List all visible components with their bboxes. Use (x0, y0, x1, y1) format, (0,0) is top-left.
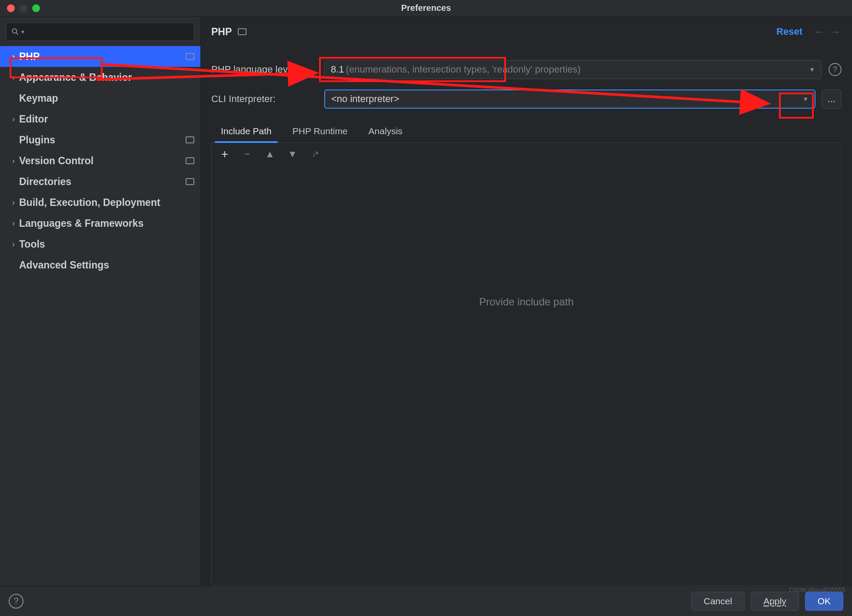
sidebar-item-advanced-settings[interactable]: Advanced Settings (0, 255, 200, 275)
sidebar-item-tools[interactable]: ›Tools (0, 234, 200, 255)
language-level-row: PHP language level: 8.1 (enumerations, i… (211, 60, 842, 79)
cancel-button[interactable]: Cancel (691, 592, 745, 611)
dialog-footer: ? Cancel Apply OK (0, 586, 852, 616)
cli-interpreter-label: CLI Interpreter: (211, 93, 324, 105)
chevron-right-icon: › (9, 115, 18, 124)
reset-button[interactable]: Reset (776, 26, 802, 37)
move-up-button[interactable]: ▲ (265, 149, 275, 160)
sidebar-item-label: Build, Execution, Deployment (19, 197, 160, 209)
project-badge-icon (186, 136, 194, 143)
window-title: Preferences (401, 3, 451, 13)
project-badge-icon (186, 157, 194, 164)
sidebar: ▾ ›PHP›Appearance & BehaviorKeymap›Edito… (0, 17, 201, 586)
nav-back-button[interactable]: ← (813, 25, 826, 38)
sidebar-item-label: Appearance & Behavior (19, 72, 132, 83)
sidebar-item-editor[interactable]: ›Editor (0, 109, 200, 129)
tab-php-runtime[interactable]: PHP Runtime (291, 122, 349, 142)
chevron-down-icon: ▼ (809, 66, 815, 73)
search-input[interactable]: ▾ (6, 23, 194, 41)
language-level-hint: (enumerations, intersection types, 'read… (346, 64, 581, 75)
sidebar-item-build-execution-deployment[interactable]: ›Build, Execution, Deployment (0, 192, 200, 213)
sidebar-item-label: Directories (19, 176, 71, 188)
sidebar-item-label: Keymap (19, 93, 58, 104)
chevron-right-icon: › (9, 156, 18, 166)
maximize-window-button[interactable] (32, 4, 40, 12)
sidebar-item-label: Plugins (19, 134, 55, 146)
project-badge-icon (186, 53, 194, 60)
svg-line-1 (17, 33, 18, 35)
search-icon (11, 27, 20, 36)
nav-forward-button[interactable]: → (829, 25, 842, 38)
chevron-right-icon: › (9, 52, 18, 61)
sidebar-item-label: Languages & Frameworks (19, 218, 143, 229)
sidebar-item-label: Version Control (19, 155, 93, 167)
chevron-right-icon: › (9, 219, 18, 228)
language-level-dropdown[interactable]: 8.1 (enumerations, intersection types, '… (324, 60, 822, 79)
chevron-right-icon: › (9, 198, 18, 207)
language-level-label: PHP language level: (211, 64, 324, 75)
settings-tree: ›PHP›Appearance & BehaviorKeymap›EditorP… (0, 46, 200, 275)
watermark: CSDN @wu@55555 (789, 586, 845, 593)
empty-state-text: Provide include path (479, 296, 573, 308)
sidebar-item-label: Tools (19, 238, 45, 250)
sidebar-item-label: Advanced Settings (19, 259, 109, 271)
sidebar-item-label: PHP (19, 51, 40, 63)
help-icon[interactable]: ? (829, 63, 842, 76)
add-button[interactable]: + (220, 147, 230, 161)
sidebar-item-plugins[interactable]: Plugins (0, 129, 200, 150)
help-button[interactable]: ? (9, 594, 23, 609)
move-down-button[interactable]: ▼ (287, 149, 298, 160)
sidebar-item-php[interactable]: ›PHP (0, 46, 200, 67)
chevron-down-icon: ▼ (802, 96, 809, 103)
close-window-button[interactable] (7, 4, 15, 12)
sort-button[interactable]: ↓ª (310, 150, 320, 158)
tab-analysis[interactable]: Analysis (367, 122, 404, 142)
minimize-window-button[interactable] (20, 4, 27, 12)
chevron-right-icon: › (9, 240, 18, 249)
include-path-toolbar: + − ▲ ▼ ↓ª (211, 143, 842, 166)
sidebar-item-label: Editor (19, 113, 48, 125)
project-badge-icon (238, 28, 246, 35)
apply-button[interactable]: Apply (751, 592, 799, 611)
cli-interpreter-row: CLI Interpreter: <no interpreter> ▼ ... (211, 89, 842, 109)
project-badge-icon (186, 178, 194, 185)
svg-point-0 (12, 29, 17, 33)
search-dropdown-icon[interactable]: ▾ (21, 28, 24, 35)
page-title: PHP (211, 26, 232, 38)
settings-header: PHP Reset ← → (211, 17, 842, 47)
remove-button[interactable]: − (242, 149, 253, 160)
title-bar: Preferences (0, 0, 852, 17)
cli-interpreter-value: <no interpreter> (331, 93, 399, 105)
sidebar-item-directories[interactable]: Directories (0, 171, 200, 192)
include-path-list[interactable]: Provide include path (211, 166, 842, 586)
sidebar-item-languages-frameworks[interactable]: ›Languages & Frameworks (0, 213, 200, 234)
sidebar-item-version-control[interactable]: ›Version Control (0, 150, 200, 171)
language-level-value: 8.1 (331, 64, 344, 75)
cli-interpreter-dropdown[interactable]: <no interpreter> ▼ (324, 89, 815, 109)
sidebar-item-keymap[interactable]: Keymap (0, 88, 200, 109)
ok-button[interactable]: OK (805, 592, 843, 611)
tabs: Include PathPHP RuntimeAnalysis (211, 122, 842, 143)
chevron-right-icon: › (9, 73, 18, 82)
window-controls (7, 4, 40, 12)
main-panel: PHP Reset ← → PHP language level: 8.1 (e… (201, 17, 852, 586)
tab-include-path[interactable]: Include Path (219, 122, 273, 142)
sidebar-item-appearance-behavior[interactable]: ›Appearance & Behavior (0, 67, 200, 88)
cli-interpreter-browse-button[interactable]: ... (822, 89, 842, 109)
